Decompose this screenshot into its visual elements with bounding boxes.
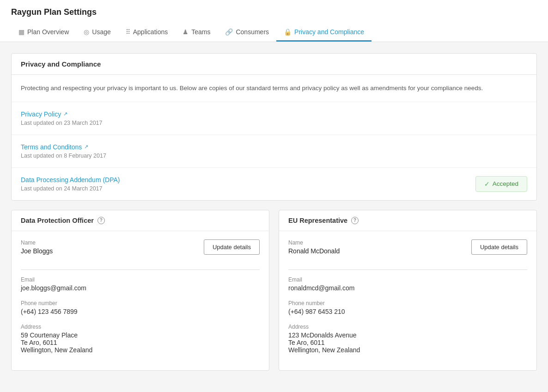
description-text: Protecting and respecting your privacy i… <box>21 83 527 93</box>
eu-rep-divider <box>288 270 527 270</box>
eu-rep-address-line1: 123 McDonalds Avenue <box>288 331 527 339</box>
page-header: Raygun Plan Settings ▦ Plan Overview ◎ U… <box>0 0 548 42</box>
privacy-compliance-header: Privacy and Compliance <box>12 54 536 75</box>
dpo-help-icon[interactable]: ? <box>97 217 105 224</box>
applications-icon: ⠿ <box>126 28 130 36</box>
dpa-updated: Last updated on 24 March 2017 <box>21 185 120 192</box>
dpo-name-row: Name Joe Bloggs Update details <box>21 239 260 263</box>
eu-rep-name-field: Name Ronald McDonald <box>288 239 340 255</box>
eu-rep-name-value: Ronald McDonald <box>288 247 340 255</box>
dpo-name-label: Name <box>21 239 53 246</box>
page-title: Raygun Plan Settings <box>11 7 537 17</box>
eu-rep-address-line2: Te Aro, 6011 <box>288 339 527 346</box>
dpa-left: Data Processing Addendum (DPA) Last upda… <box>21 176 120 192</box>
dpo-email-label: Email <box>21 276 260 283</box>
dpo-header: Data Protection Officer ? <box>12 210 269 231</box>
tab-consumers[interactable]: 🔗 Consumers <box>218 24 276 42</box>
dpo-email-value: joe.bloggs@gmail.com <box>21 284 260 292</box>
eu-rep-address-field: Address 123 McDonalds Avenue Te Aro, 601… <box>288 324 527 354</box>
eu-rep-name-label: Name <box>288 239 340 246</box>
external-link-icon: ↗ <box>63 111 67 117</box>
privacy-policy-section: Privacy Policy ↗ Last updated on 23 Marc… <box>12 102 536 135</box>
dpo-body: Name Joe Bloggs Update details Email joe… <box>12 231 269 370</box>
terms-updated: Last updated on 8 February 2017 <box>21 153 527 159</box>
dpo-address-line2: Te Aro, 6011 <box>21 339 260 346</box>
dpo-phone-value: (+64) 123 456 7899 <box>21 308 260 315</box>
dpo-name-value: Joe Bloggs <box>21 247 53 255</box>
eu-rep-address-line3: Wellington, New Zealand <box>288 346 527 354</box>
dpo-name-field: Name Joe Bloggs <box>21 239 53 255</box>
usage-icon: ◎ <box>84 28 89 36</box>
description-section: Protecting and respecting your privacy i… <box>12 75 536 102</box>
eu-rep-update-button[interactable]: Update details <box>471 239 527 255</box>
eu-rep-phone-label: Phone number <box>288 300 527 306</box>
eu-rep-email-field: Email ronaldmcd@gmail.com <box>288 276 527 292</box>
dpa-row: Data Processing Addendum (DPA) Last upda… <box>21 176 527 192</box>
privacy-compliance-card: Privacy and Compliance Protecting and re… <box>11 53 537 201</box>
dpo-phone-field: Phone number (+64) 123 456 7899 <box>21 300 260 315</box>
checkmark-icon: ✓ <box>484 180 490 188</box>
eu-rep-name-row: Name Ronald McDonald Update details <box>288 239 527 263</box>
eu-rep-header: EU Representative ? <box>279 210 536 231</box>
dpo-address-line1: 59 Courtenay Place <box>21 331 260 339</box>
eu-rep-email-value: ronaldmcd@gmail.com <box>288 284 527 292</box>
eu-rep-phone-value: (+64) 987 6453 210 <box>288 308 527 315</box>
two-column-section: Data Protection Officer ? Name Joe Blogg… <box>11 210 537 371</box>
tab-plan-overview[interactable]: ▦ Plan Overview <box>11 24 76 42</box>
consumers-icon: 🔗 <box>225 28 233 36</box>
dpo-email-field: Email joe.bloggs@gmail.com <box>21 276 260 292</box>
dpo-update-button[interactable]: Update details <box>204 239 260 255</box>
eu-rep-email-label: Email <box>288 276 527 283</box>
dpo-address-line3: Wellington, New Zealand <box>21 346 260 354</box>
dpo-address-label: Address <box>21 324 260 330</box>
dpa-section: Data Processing Addendum (DPA) Last upda… <box>12 168 536 200</box>
eu-rep-body: Name Ronald McDonald Update details Emai… <box>279 231 536 370</box>
eu-rep-phone-field: Phone number (+64) 987 6453 210 <box>288 300 527 315</box>
privacy-policy-updated: Last updated on 23 March 2017 <box>21 120 527 126</box>
terms-link[interactable]: Terms and Conditons ↗ <box>21 143 88 151</box>
dpo-divider <box>21 270 260 270</box>
tab-usage[interactable]: ◎ Usage <box>76 24 118 42</box>
tab-applications[interactable]: ⠿ Applications <box>118 24 176 42</box>
tab-teams[interactable]: ♟ Teams <box>175 24 218 42</box>
dpo-card: Data Protection Officer ? Name Joe Blogg… <box>11 210 269 371</box>
eu-rep-address-label: Address <box>288 324 527 330</box>
privacy-policy-link[interactable]: Privacy Policy ↗ <box>21 110 67 118</box>
dpa-link[interactable]: Data Processing Addendum (DPA) <box>21 176 120 184</box>
eu-rep-card: EU Representative ? Name Ronald McDonald… <box>279 210 537 371</box>
plan-overview-icon: ▦ <box>18 28 24 36</box>
dpo-phone-label: Phone number <box>21 300 260 306</box>
dpo-address-field: Address 59 Courtenay Place Te Aro, 6011 … <box>21 324 260 354</box>
eu-rep-help-icon[interactable]: ? <box>351 217 359 224</box>
teams-icon: ♟ <box>183 28 189 36</box>
terms-section: Terms and Conditons ↗ Last updated on 8 … <box>12 135 536 168</box>
privacy-icon: 🔒 <box>284 28 292 36</box>
tab-privacy-compliance[interactable]: 🔒 Privacy and Compliance <box>276 24 371 42</box>
nav-tabs: ▦ Plan Overview ◎ Usage ⠿ Applications ♟… <box>11 24 537 42</box>
page-content: Privacy and Compliance Protecting and re… <box>0 42 548 382</box>
external-link-icon-2: ↗ <box>84 144 88 150</box>
accepted-badge: ✓ Accepted <box>475 176 527 192</box>
